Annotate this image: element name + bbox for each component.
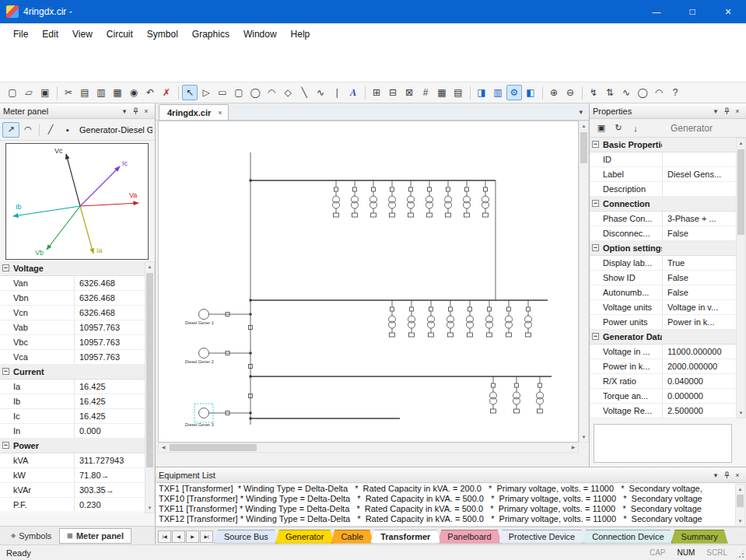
property-row[interactable]: Voltage Re... 2.500000 (590, 404, 736, 418)
polyline-tool-icon[interactable]: ∿ (313, 85, 328, 100)
save-icon[interactable]: ▣ (37, 85, 53, 100)
new-icon[interactable]: ▢ (5, 85, 20, 100)
menu-circuit[interactable]: Circuit (100, 26, 140, 43)
collapse-icon[interactable]: − (2, 442, 9, 449)
collapse-icon[interactable] (2, 397, 9, 404)
menu-graphics[interactable]: Graphics (185, 26, 236, 43)
meter-row[interactable]: Vca 10957.763 (0, 350, 145, 365)
collapse-icon[interactable] (592, 259, 599, 266)
collapse-icon[interactable] (2, 279, 9, 286)
pin-icon[interactable] (721, 107, 732, 115)
collapse-icon[interactable]: − (592, 200, 599, 207)
collapse-icon[interactable]: − (2, 264, 9, 271)
tab-protective-device[interactable]: Protective Device (499, 530, 586, 544)
chevron-down-icon[interactable]: ▾ (710, 471, 721, 479)
nav-next-button[interactable]: ▶ (186, 530, 199, 543)
meter-row[interactable]: Vbn 6326.468 (0, 291, 145, 306)
refresh-properties-button[interactable]: ↻ (610, 121, 627, 136)
collapse-icon[interactable] (2, 309, 9, 316)
scale-tool-button[interactable]: ╱ (42, 122, 59, 138)
close-icon[interactable]: × (732, 107, 743, 115)
paste-icon[interactable]: ▥ (93, 85, 109, 100)
scroll-up-icon[interactable]: ▲ (580, 121, 588, 131)
scroll-up-icon[interactable]: ▲ (737, 138, 745, 148)
meter-row[interactable]: Vab 10957.763 (0, 320, 145, 335)
property-row[interactable]: Display lab... True (590, 256, 736, 271)
property-row[interactable]: − Connection (590, 197, 736, 212)
generator-symbol-2[interactable]: Diesel Gener 2 (185, 348, 250, 365)
scroll-down-icon[interactable]: ▼ (580, 432, 588, 442)
undo-icon[interactable]: ↶ (142, 85, 158, 100)
select-tool-icon[interactable]: ↖ (182, 85, 198, 100)
collapse-icon[interactable] (592, 215, 599, 222)
meter-row[interactable]: − Current (0, 365, 145, 380)
property-row[interactable]: Voltage units Voltage in v... (590, 300, 736, 315)
property-value[interactable] (662, 330, 736, 344)
collapse-icon[interactable] (2, 471, 9, 478)
meter-row[interactable]: Ib 16.425 (0, 394, 145, 409)
property-row[interactable]: Power units Power in k... (590, 315, 736, 330)
equipment-row[interactable]: TXF1 [Transformer] * Winding Type = Delt… (156, 484, 735, 494)
rect-tool-icon[interactable]: ▭ (215, 85, 230, 100)
property-row[interactable]: Disconnec... False (590, 226, 736, 241)
property-value[interactable]: False (662, 285, 736, 299)
property-row[interactable]: − Option settings (590, 241, 736, 256)
menu-window[interactable]: Window (236, 26, 284, 43)
menu-edit[interactable]: Edit (35, 26, 65, 43)
chevron-down-icon[interactable]: ▾ (710, 107, 721, 115)
scroll-right-icon[interactable]: ▶ (569, 443, 578, 452)
diamond-tool-icon[interactable]: ◇ (280, 85, 296, 100)
scroll-down-icon[interactable]: ▼ (145, 503, 154, 513)
scroll-down-icon[interactable]: ▼ (737, 408, 745, 418)
collapse-icon[interactable] (2, 501, 9, 508)
meter-tool-button[interactable] (39, 124, 40, 136)
toolbar-icon[interactable] (470, 86, 471, 100)
equipment-row[interactable]: TXF12 [Transformer] * Winding Type = Del… (156, 514, 735, 524)
property-value[interactable]: Power in k... (662, 315, 736, 329)
toolbar-icon[interactable] (57, 86, 58, 100)
tab-transformer[interactable]: Transformer (370, 530, 440, 544)
tab-cable[interactable]: Cable (331, 530, 373, 544)
meter-row[interactable]: P.F. 0.230 (0, 498, 145, 513)
property-value[interactable] (662, 152, 736, 166)
zoom-in-icon[interactable]: ⊕ (546, 85, 562, 100)
arc-tool-icon[interactable]: ◠ (264, 85, 279, 100)
collapse-icon[interactable] (592, 392, 599, 399)
meter-scrollbar[interactable]: ▲ ▼ (145, 261, 155, 513)
collapse-icon[interactable] (2, 383, 9, 390)
property-value[interactable]: 2.500000 (662, 404, 736, 418)
meter-row[interactable]: Van 6326.468 (0, 276, 145, 291)
table-icon[interactable]: ▤ (450, 85, 466, 100)
property-row[interactable]: Torque an... 0.000000 (590, 389, 736, 404)
property-row[interactable]: Power in k... 2000.000000 (590, 359, 736, 374)
property-row[interactable]: Description (590, 182, 736, 197)
resize-grip[interactable] (735, 549, 745, 559)
collapse-icon[interactable] (592, 377, 599, 384)
scroll-thumb[interactable] (580, 132, 587, 163)
scroll-down-icon[interactable]: ▼ (736, 516, 744, 526)
canvas-vertical-scrollbar[interactable]: ▲ ▼ (579, 121, 589, 443)
options-button[interactable]: ▪ (59, 122, 76, 138)
power-flow-icon[interactable]: ↯ (586, 85, 601, 100)
property-value[interactable]: 2000.000000 (662, 359, 736, 373)
toolbar-icon[interactable] (178, 86, 179, 100)
settings-gear-icon[interactable]: ⚙ (506, 85, 522, 100)
maximize-button[interactable]: □ (674, 0, 710, 23)
paste-symbol-icon[interactable]: ⊟ (385, 85, 401, 100)
collapse-icon[interactable]: − (592, 244, 599, 251)
meter-view-button[interactable]: ◠ (19, 122, 37, 138)
scroll-up-icon[interactable]: ▲ (145, 262, 154, 271)
tab-summary[interactable]: Summary (671, 530, 728, 544)
collapse-icon[interactable] (2, 427, 9, 434)
property-row[interactable]: Show ID False (590, 271, 736, 285)
import-symbol-icon[interactable]: ⊠ (401, 85, 417, 100)
swap-icon[interactable]: ⇅ (602, 85, 618, 100)
export-symbol-icon[interactable]: # (418, 85, 433, 100)
grid-icon[interactable]: ▦ (434, 85, 450, 100)
meter-row[interactable]: kVAr 303.35→ (0, 483, 145, 498)
property-value[interactable]: True (662, 256, 736, 270)
menu-view[interactable]: View (65, 26, 100, 43)
scroll-left-icon[interactable]: ◀ (159, 443, 168, 452)
about-icon[interactable]: ◉ (126, 85, 142, 100)
meter-row[interactable]: Ia 16.425 (0, 380, 145, 394)
